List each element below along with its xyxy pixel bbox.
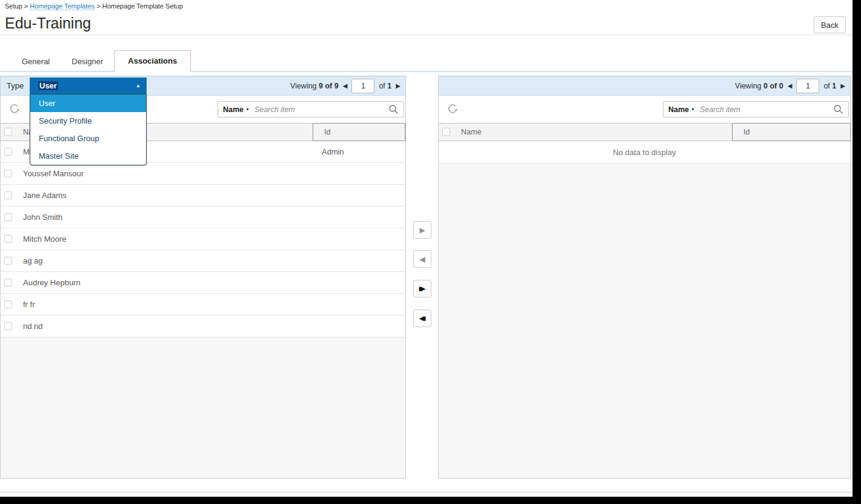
select-all-checkbox[interactable] [4,128,12,136]
header-divider [0,35,853,35]
table-row[interactable]: Jane Adams [1,185,405,207]
page-number-input[interactable] [351,79,374,93]
row-checkbox[interactable] [4,191,12,199]
select-all-checkbox[interactable] [442,128,450,136]
chevron-down-icon: ▼ [691,107,695,111]
row-checkbox[interactable] [4,235,12,243]
page-title: Edu-Training [5,15,91,32]
arrow-right-icon: ▶ [419,226,425,234]
move-left-button[interactable]: ◀ [413,250,431,268]
type-label: Type [7,81,24,90]
type-dropdown-value: User [38,81,58,90]
right-grid-header: Name Id [439,123,850,141]
row-checkbox[interactable] [4,257,12,265]
breadcrumb-setup: Setup [5,2,22,10]
back-button[interactable]: Back [814,16,846,33]
tab-general[interactable]: General [11,52,61,71]
search-input[interactable] [254,105,386,114]
column-header-id[interactable]: Id [732,123,851,141]
type-dropdown-menu: User Security Profile Functional Group M… [30,94,147,165]
row-checkbox[interactable] [4,279,12,287]
left-pager: Viewing 9 of 9 ◀ of 1 ▶ [290,76,401,96]
left-search-box: Name▼ [218,101,404,118]
bottom-black-bar [0,497,861,504]
footer-strip [0,492,853,497]
right-search-box: Name▼ [663,101,849,118]
breadcrumb-homepage-templates-link[interactable]: Homepage Templates [30,2,95,10]
double-arrow-left-icon: ◀◀ [419,314,422,322]
row-checkbox[interactable] [4,170,12,177]
page-number-input[interactable] [796,79,819,93]
table-row[interactable]: Youssef Mansour [1,163,405,185]
search-icon[interactable] [388,104,399,114]
empty-message: No data to display [439,141,850,164]
double-arrow-right-icon: ▶▶ [419,285,422,293]
refresh-icon[interactable] [446,102,459,116]
tab-associations[interactable]: Associations [114,50,191,72]
next-page-icon[interactable]: ▶ [840,83,845,89]
row-checkbox[interactable] [4,213,12,221]
prev-page-icon[interactable]: ◀ [788,83,793,89]
prev-page-icon[interactable]: ◀ [343,83,348,89]
app-window: Setup > Homepage Templates > Homepage Te… [0,0,861,504]
left-grid-empty-area [1,337,405,478]
table-row[interactable]: Audrey Hepburn [1,272,405,294]
breadcrumb-separator: > [24,2,28,10]
search-icon[interactable] [833,104,843,114]
right-pager: Viewing 0 of 0 ◀ of 1 ▶ [735,76,845,96]
search-filter-field[interactable]: Name▼ [668,105,695,114]
left-grid-rows: M Admin Youssef Mansour Jane Adams John … [1,141,405,337]
table-row[interactable]: fr fr [1,294,405,316]
row-checkbox[interactable] [4,148,12,156]
menu-item-master-site[interactable]: Master Site [30,147,146,165]
table-row[interactable]: Mitch Moore [1,228,405,250]
breadcrumb-separator: > [96,2,100,10]
chevron-up-icon: ▲ [136,83,141,88]
move-all-right-button[interactable]: ▶▶ [413,280,431,297]
table-row[interactable]: ag ag [1,250,405,272]
move-right-button[interactable]: ▶ [413,221,431,239]
next-page-icon[interactable]: ▶ [396,83,401,89]
search-filter-field[interactable]: Name▼ [223,105,250,114]
column-header-name[interactable]: Name [461,128,481,136]
table-row[interactable]: nd nd [1,316,405,337]
column-header-id[interactable]: Id [313,123,405,141]
arrow-left-icon: ◀ [419,255,425,264]
menu-item-user[interactable]: User [30,94,146,112]
right-grid-empty-area [439,164,850,478]
menu-item-security-profile[interactable]: Security Profile [30,112,146,130]
right-black-strip [853,0,861,504]
tab-bar: General Designer Associations [0,50,853,72]
viewing-text: Viewing 0 of 0 [735,82,783,90]
tab-designer[interactable]: Designer [61,52,114,71]
menu-item-functional-group[interactable]: Functional Group [30,130,146,147]
chevron-down-icon: ▼ [245,107,250,111]
total-pages-text: of 1 [823,82,836,90]
search-input[interactable] [700,105,831,114]
right-toolbar: Name▼ [439,96,850,123]
row-checkbox[interactable] [4,322,12,330]
type-dropdown[interactable]: User ▲ [30,78,147,94]
row-checkbox[interactable] [4,300,12,308]
breadcrumb: Setup > Homepage Templates > Homepage Te… [5,2,183,10]
viewing-text: Viewing 9 of 9 [290,82,339,90]
table-row[interactable]: John Smith [1,207,405,228]
right-panel-header: Viewing 0 of 0 ◀ of 1 ▶ [439,76,850,96]
breadcrumb-current: Homepage Template Setup [102,2,183,10]
refresh-icon[interactable] [8,102,21,116]
associated-items-panel: Viewing 0 of 0 ◀ of 1 ▶ Name▼ [438,76,851,479]
total-pages-text: of 1 [379,82,391,90]
move-all-left-button[interactable]: ◀◀ [413,310,431,327]
